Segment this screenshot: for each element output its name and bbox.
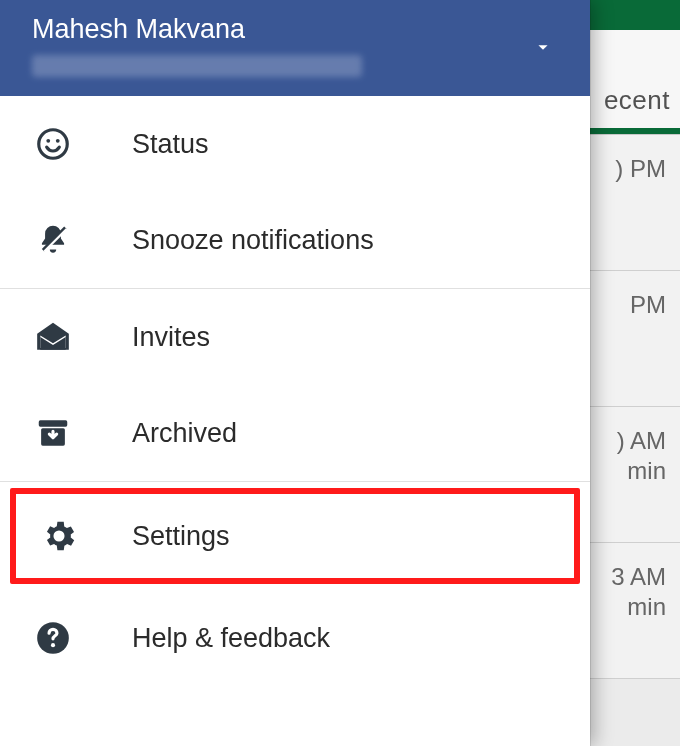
menu-snooze[interactable]: Snooze notifications: [0, 192, 590, 288]
archive-icon: [34, 414, 72, 452]
menu-label: Status: [132, 129, 209, 160]
svg-point-0: [39, 130, 68, 159]
menu-settings[interactable]: Settings: [10, 488, 580, 584]
gear-icon: [40, 517, 78, 555]
menu-label: Invites: [132, 322, 210, 353]
account-chevron-down-icon[interactable]: [532, 36, 554, 58]
svg-point-1: [46, 139, 50, 143]
smiley-icon: [34, 125, 72, 163]
svg-rect-5: [39, 420, 68, 426]
divider: [0, 481, 590, 482]
svg-point-2: [56, 139, 60, 143]
help-icon: [34, 619, 72, 657]
svg-point-8: [51, 643, 55, 647]
menu-status[interactable]: Status: [0, 96, 590, 192]
menu-label: Snooze notifications: [132, 225, 374, 256]
menu-archived[interactable]: Archived: [0, 385, 590, 481]
envelope-open-icon: [34, 318, 72, 356]
nav-drawer: Mahesh Makvana Status: [0, 0, 590, 746]
menu-label: Help & feedback: [132, 623, 330, 654]
account-header[interactable]: Mahesh Makvana: [0, 0, 590, 96]
account-email-redacted: [32, 55, 362, 77]
menu-invites[interactable]: Invites: [0, 289, 590, 385]
menu-label: Settings: [132, 521, 230, 552]
account-name: Mahesh Makvana: [32, 14, 570, 45]
menu-help[interactable]: Help & feedback: [0, 590, 590, 686]
menu-label: Archived: [132, 418, 237, 449]
bell-off-icon: [34, 221, 72, 259]
